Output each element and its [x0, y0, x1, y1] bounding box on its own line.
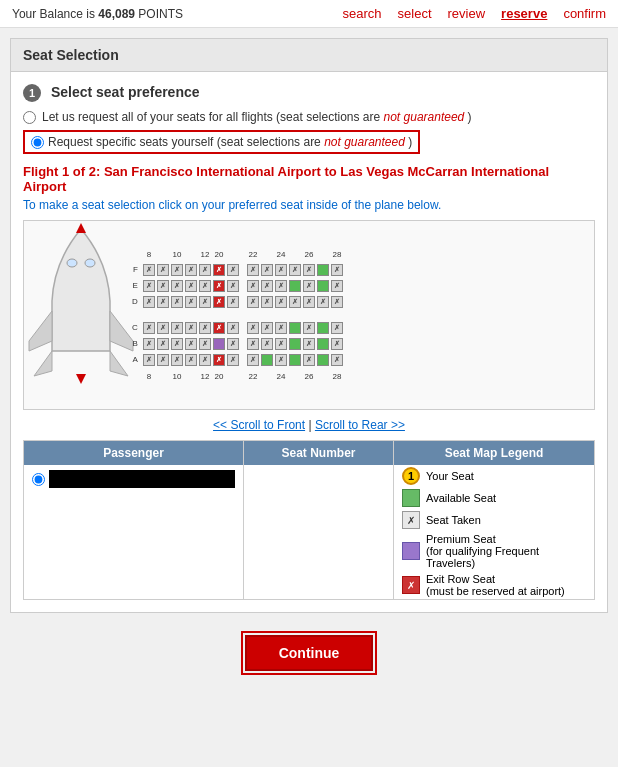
seat-c23[interactable]: ✗ [261, 322, 273, 334]
passenger-radio[interactable] [32, 473, 45, 486]
b27[interactable] [316, 337, 330, 351]
seat-d24[interactable]: ✗ [275, 296, 287, 308]
d24[interactable]: ✗ [274, 295, 288, 309]
seat-b8[interactable]: ✗ [143, 338, 155, 350]
c23[interactable]: ✗ [260, 321, 274, 335]
d11[interactable]: ✗ [184, 295, 198, 309]
d12[interactable]: ✗ [198, 295, 212, 309]
seat-d26[interactable]: ✗ [303, 296, 315, 308]
a20[interactable]: ✗ [212, 353, 226, 367]
f20[interactable]: ✗ [212, 263, 226, 277]
a8[interactable]: ✗ [142, 353, 156, 367]
f9[interactable]: ✗ [156, 263, 170, 277]
seat-b27[interactable] [317, 338, 329, 350]
seat-b9[interactable]: ✗ [157, 338, 169, 350]
seat-d25[interactable]: ✗ [289, 296, 301, 308]
b28[interactable]: ✗ [330, 337, 344, 351]
c27[interactable] [316, 321, 330, 335]
nav-step-review[interactable]: review [448, 6, 486, 21]
d22[interactable]: ✗ [246, 295, 260, 309]
seat-e28[interactable]: ✗ [331, 280, 343, 292]
f21[interactable]: ✗ [226, 263, 240, 277]
a25[interactable] [288, 353, 302, 367]
a26[interactable]: ✗ [302, 353, 316, 367]
scroll-front-link[interactable]: << Scroll to Front [213, 418, 305, 432]
a21[interactable]: ✗ [226, 353, 240, 367]
seat-c21[interactable]: ✗ [227, 322, 239, 334]
f25[interactable]: ✗ [288, 263, 302, 277]
seat-e8[interactable]: ✗ [143, 280, 155, 292]
f28[interactable]: ✗ [330, 263, 344, 277]
seat-f23[interactable]: ✗ [261, 264, 273, 276]
seat-b23[interactable]: ✗ [261, 338, 273, 350]
d10[interactable]: ✗ [170, 295, 184, 309]
b20[interactable] [212, 337, 226, 351]
c26[interactable]: ✗ [302, 321, 316, 335]
e21[interactable]: ✗ [226, 279, 240, 293]
e8[interactable]: ✗ [142, 279, 156, 293]
seat-a9[interactable]: ✗ [157, 354, 169, 366]
nav-step-reserve[interactable]: reserve [501, 6, 547, 21]
f22[interactable]: ✗ [246, 263, 260, 277]
f8[interactable]: ✗ [142, 263, 156, 277]
seat-a26[interactable]: ✗ [303, 354, 315, 366]
seat-b21[interactable]: ✗ [227, 338, 239, 350]
b24[interactable]: ✗ [274, 337, 288, 351]
seat-a28[interactable]: ✗ [331, 354, 343, 366]
seat-a27[interactable] [317, 354, 329, 366]
seat-b25[interactable] [289, 338, 301, 350]
seat-a20[interactable]: ✗ [213, 354, 225, 366]
seat-f12[interactable]: ✗ [199, 264, 211, 276]
seat-d27[interactable]: ✗ [317, 296, 329, 308]
nav-step-confirm[interactable]: confirm [563, 6, 606, 21]
b22[interactable]: ✗ [246, 337, 260, 351]
seat-a8[interactable]: ✗ [143, 354, 155, 366]
seat-e27[interactable] [317, 280, 329, 292]
seat-c25[interactable] [289, 322, 301, 334]
seats-grid[interactable]: 8 10 12 20 22 24 26 28 [142, 237, 586, 393]
seat-f20[interactable]: ✗ [213, 264, 225, 276]
c9[interactable]: ✗ [156, 321, 170, 335]
seat-d28[interactable]: ✗ [331, 296, 343, 308]
seat-a11[interactable]: ✗ [185, 354, 197, 366]
c11[interactable]: ✗ [184, 321, 198, 335]
seat-f11[interactable]: ✗ [185, 264, 197, 276]
seat-f24[interactable]: ✗ [275, 264, 287, 276]
b10[interactable]: ✗ [170, 337, 184, 351]
e25[interactable] [288, 279, 302, 293]
a9[interactable]: ✗ [156, 353, 170, 367]
b8[interactable]: ✗ [142, 337, 156, 351]
scroll-rear-link[interactable]: Scroll to Rear >> [315, 418, 405, 432]
seat-d8[interactable]: ✗ [143, 296, 155, 308]
seat-f9[interactable]: ✗ [157, 264, 169, 276]
seat-b28[interactable]: ✗ [331, 338, 343, 350]
f27[interactable] [316, 263, 330, 277]
seat-b22[interactable]: ✗ [247, 338, 259, 350]
c20[interactable]: ✗ [212, 321, 226, 335]
d26[interactable]: ✗ [302, 295, 316, 309]
seat-e11[interactable]: ✗ [185, 280, 197, 292]
d23[interactable]: ✗ [260, 295, 274, 309]
seat-d22[interactable]: ✗ [247, 296, 259, 308]
seat-f10[interactable]: ✗ [171, 264, 183, 276]
seat-d23[interactable]: ✗ [261, 296, 273, 308]
seat-a25[interactable] [289, 354, 301, 366]
e28[interactable]: ✗ [330, 279, 344, 293]
c22[interactable]: ✗ [246, 321, 260, 335]
seat-c22[interactable]: ✗ [247, 322, 259, 334]
seat-e24[interactable]: ✗ [275, 280, 287, 292]
a22[interactable]: ✗ [246, 353, 260, 367]
d9[interactable]: ✗ [156, 295, 170, 309]
seat-e20[interactable]: ✗ [213, 280, 225, 292]
b12[interactable]: ✗ [198, 337, 212, 351]
seat-d10[interactable]: ✗ [171, 296, 183, 308]
a12[interactable]: ✗ [198, 353, 212, 367]
c12[interactable]: ✗ [198, 321, 212, 335]
seat-b24[interactable]: ✗ [275, 338, 287, 350]
c24[interactable]: ✗ [274, 321, 288, 335]
seat-b12[interactable]: ✗ [199, 338, 211, 350]
seat-d21[interactable]: ✗ [227, 296, 239, 308]
seat-b11[interactable]: ✗ [185, 338, 197, 350]
seat-f25[interactable]: ✗ [289, 264, 301, 276]
seat-d20[interactable]: ✗ [213, 296, 225, 308]
